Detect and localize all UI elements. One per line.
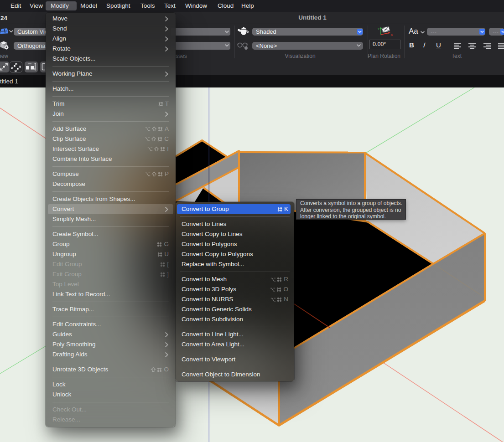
svg-text:X: X: [391, 33, 393, 37]
svg-text:Y: Y: [378, 27, 380, 31]
